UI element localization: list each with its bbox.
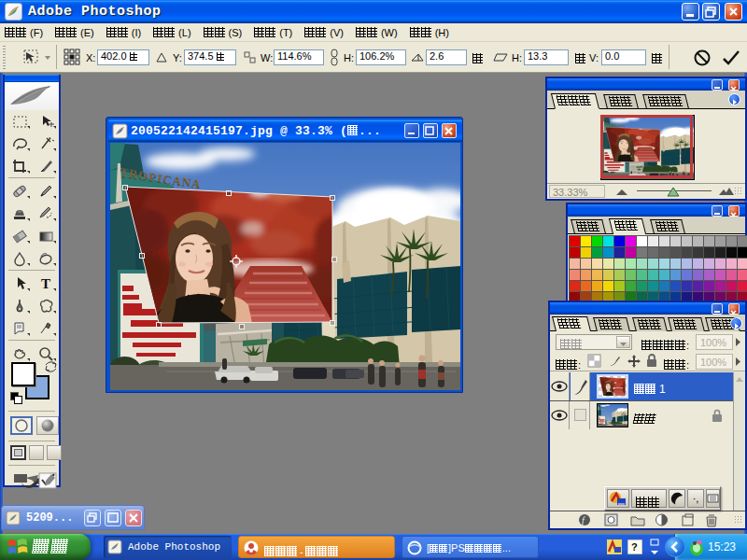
svg-text:?: ? xyxy=(631,541,638,553)
svg-text:T: T xyxy=(41,276,50,291)
